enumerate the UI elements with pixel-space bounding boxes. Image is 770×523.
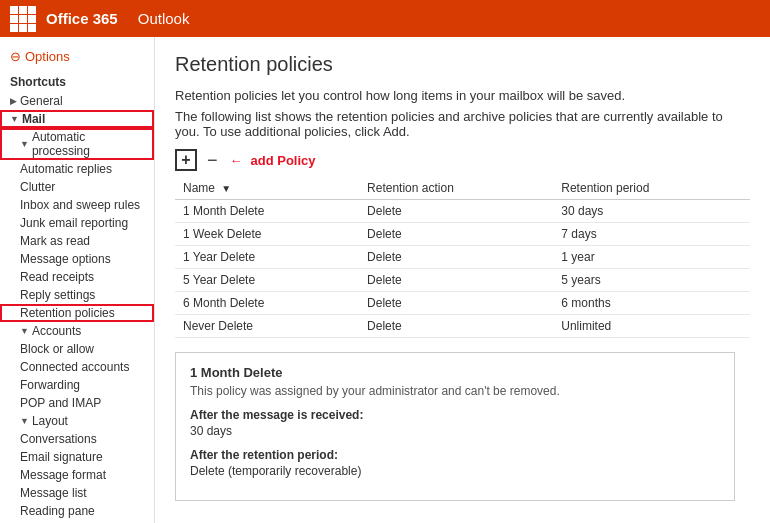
junk-email-item[interactable]: Junk email reporting — [0, 214, 154, 232]
cell-period: 1 year — [553, 246, 750, 269]
col-period-header[interactable]: Retention period — [553, 177, 750, 200]
cell-action: Delete — [359, 200, 553, 223]
accounts-arrow-icon: ▼ — [20, 326, 29, 336]
pop-imap-item[interactable]: POP and IMAP — [0, 394, 154, 412]
forwarding-item[interactable]: Forwarding — [0, 376, 154, 394]
layout-group[interactable]: ▼ Layout — [0, 412, 154, 430]
options-link[interactable]: ⊖ Options — [0, 45, 154, 72]
mail-label: Mail — [22, 112, 45, 126]
cell-period: 6 months — [553, 292, 750, 315]
detail-value1: 30 days — [190, 424, 720, 438]
general-arrow-icon: ▶ — [10, 96, 17, 106]
waffle-icon[interactable] — [10, 6, 36, 32]
cell-period: 30 days — [553, 200, 750, 223]
table-row[interactable]: Never Delete Delete Unlimited — [175, 315, 750, 338]
layout-arrow-icon: ▼ — [20, 416, 29, 426]
conversations-item[interactable]: Conversations — [0, 430, 154, 448]
accounts-group[interactable]: ▼ Accounts — [0, 322, 154, 340]
cell-period: 5 years — [553, 269, 750, 292]
description1: Retention policies let you control how l… — [175, 88, 750, 103]
main-layout: ⊖ Options Shortcuts ▶ General ▼ Mail ▼ A… — [0, 37, 770, 523]
add-policy-annotation-arrow: ← — [230, 153, 243, 168]
accounts-label: Accounts — [32, 324, 81, 338]
retention-policies-item[interactable]: Retention policies — [0, 304, 154, 322]
mail-arrow-icon: ▼ — [10, 114, 19, 124]
general-group[interactable]: ▶ General — [0, 92, 154, 110]
cell-action: Delete — [359, 292, 553, 315]
email-signature-item[interactable]: Email signature — [0, 448, 154, 466]
description2: The following list shows the retention p… — [175, 109, 750, 139]
mark-as-read-item[interactable]: Mark as read — [0, 232, 154, 250]
col-name-label: Name — [183, 181, 215, 195]
mail-group[interactable]: ▼ Mail — [0, 110, 154, 128]
cell-action: Delete — [359, 246, 553, 269]
cell-name: 1 Month Delete — [175, 200, 359, 223]
read-receipts-item[interactable]: Read receipts — [0, 268, 154, 286]
sidebar: ⊖ Options Shortcuts ▶ General ▼ Mail ▼ A… — [0, 37, 155, 523]
message-format-item[interactable]: Message format — [0, 466, 154, 484]
cell-name: 1 Week Delete — [175, 223, 359, 246]
cell-period: Unlimited — [553, 315, 750, 338]
block-allow-item[interactable]: Block or allow — [0, 340, 154, 358]
automatic-processing-label: Automatic processing — [32, 130, 144, 158]
automatic-replies-item[interactable]: Automatic replies — [0, 160, 154, 178]
inbox-sweep-item[interactable]: Inbox and sweep rules — [0, 196, 154, 214]
layout-label: Layout — [32, 414, 68, 428]
cell-period: 7 days — [553, 223, 750, 246]
detail-value2: Delete (temporarily recoverable) — [190, 464, 720, 478]
options-label: Options — [25, 49, 70, 64]
cell-name: 6 Month Delete — [175, 292, 359, 315]
remove-icon[interactable]: − — [207, 150, 218, 171]
detail-title: 1 Month Delete — [190, 365, 720, 380]
cell-name: 5 Year Delete — [175, 269, 359, 292]
add-policy-row: + − ← add Policy — [175, 149, 750, 171]
detail-label2: After the retention period: — [190, 448, 720, 462]
add-policy-button[interactable]: + — [175, 149, 197, 171]
app-name: Office 365 — [46, 10, 118, 27]
cell-action: Delete — [359, 223, 553, 246]
cell-action: Delete — [359, 269, 553, 292]
cell-action: Delete — [359, 315, 553, 338]
connected-accounts-item[interactable]: Connected accounts — [0, 358, 154, 376]
automatic-processing-group[interactable]: ▼ Automatic processing — [0, 128, 154, 160]
cell-name: 1 Year Delete — [175, 246, 359, 269]
add-policy-annotation-label: add Policy — [251, 153, 316, 168]
message-list-item[interactable]: Message list — [0, 484, 154, 502]
auto-proc-arrow-icon: ▼ — [20, 139, 29, 149]
reply-settings-item[interactable]: Reply settings — [0, 286, 154, 304]
table-row[interactable]: 1 Week Delete Delete 7 days — [175, 223, 750, 246]
page-title: Retention policies — [175, 53, 750, 76]
clutter-item[interactable]: Clutter — [0, 178, 154, 196]
policies-table: Name ▼ Retention action Retention period… — [175, 177, 750, 338]
col-name-header[interactable]: Name ▼ — [175, 177, 359, 200]
options-back-icon: ⊖ — [10, 49, 21, 64]
table-row[interactable]: 6 Month Delete Delete 6 months — [175, 292, 750, 315]
shortcuts-header: Shortcuts — [0, 72, 154, 92]
table-row[interactable]: 1 Month Delete Delete 30 days — [175, 200, 750, 223]
cell-name: Never Delete — [175, 315, 359, 338]
detail-box: 1 Month Delete This policy was assigned … — [175, 352, 735, 501]
detail-desc: This policy was assigned by your adminis… — [190, 384, 720, 398]
product-name: Outlook — [138, 10, 190, 27]
table-row[interactable]: 1 Year Delete Delete 1 year — [175, 246, 750, 269]
sort-arrow-icon: ▼ — [221, 183, 231, 194]
general-label: General — [20, 94, 63, 108]
table-row[interactable]: 5 Year Delete Delete 5 years — [175, 269, 750, 292]
col-action-header[interactable]: Retention action — [359, 177, 553, 200]
detail-label1: After the message is received: — [190, 408, 720, 422]
top-bar: Office 365 Outlook — [0, 0, 770, 37]
message-options-item[interactable]: Message options — [0, 250, 154, 268]
reading-pane-item[interactable]: Reading pane — [0, 502, 154, 520]
main-content: Retention policies Retention policies le… — [155, 37, 770, 523]
